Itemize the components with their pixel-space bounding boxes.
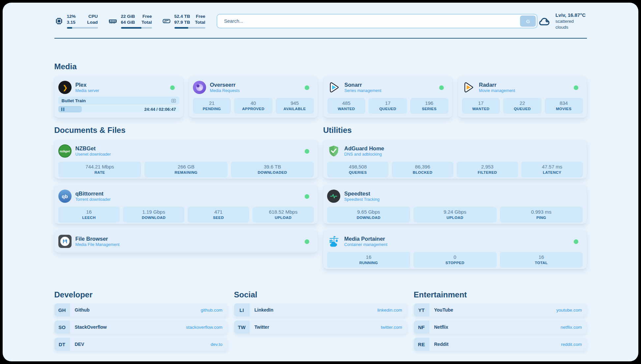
radarr-icon (462, 81, 475, 94)
stat-box: 16RUNNING (327, 252, 410, 268)
stat-box: 86,396BLOCKED (392, 162, 453, 177)
links-column-entertainment: Entertainment YT YouTube youtube.com NF … (414, 290, 587, 351)
link-abbr: RE (414, 338, 429, 351)
link-abbr: LI (234, 303, 250, 317)
app-card-plex[interactable]: ❯ Plex Media server Bullet Train (54, 76, 183, 118)
link-name: Netflix (434, 324, 448, 330)
link-name: Github (75, 307, 90, 313)
link-url[interactable]: linkedin.com (377, 308, 402, 313)
link-row-dev[interactable]: DT DEV dev.to (54, 338, 228, 351)
utilities-column: Utilities AdGuard Home DNS and adblockin… (323, 126, 587, 269)
stat-box: 266 GBREMAINING (144, 162, 228, 177)
app-card-qbittorrent[interactable]: qb qBittorrent Torrent downloader 16LEEC… (54, 185, 318, 224)
app-title: Sonarr (345, 81, 382, 88)
link-url[interactable]: dev.to (211, 342, 223, 347)
search-engine-button[interactable]: G (520, 15, 536, 27)
link-url[interactable]: youtube.com (556, 308, 582, 313)
section-title-utilities: Utilities (323, 126, 587, 135)
link-url[interactable]: reddit.com (561, 342, 582, 347)
app-title: Radarr (479, 81, 515, 88)
memory-stat: 22 GiBFree 64 GiBTotal (108, 14, 152, 28)
status-dot (305, 149, 309, 154)
app-card-filebrowser[interactable]: File Browser Media File Management (54, 230, 318, 253)
memory-progress-bar (121, 27, 152, 29)
hard-drive-icon (162, 16, 171, 26)
stat-box: 9.24 GbpsUPLOAD (413, 207, 497, 223)
app-card-adguard[interactable]: AdGuard Home DNS and adblocking 498,508Q… (323, 140, 587, 179)
stat-box: 2,953FILTERED (457, 162, 518, 177)
stat-box: 498,508QUERIES (327, 162, 388, 177)
speedtest-icon (327, 190, 340, 203)
section-title-developer: Developer (54, 290, 228, 299)
documents-column: Documents & Files nzbget NZBGet Usenet d… (54, 126, 318, 269)
app-subtitle: Usenet downloader (76, 152, 111, 157)
app-card-portainer[interactable]: Media Portainer Container management 16R… (323, 230, 587, 269)
stat-box: 39.6 TBDOWNLOADED (231, 162, 314, 177)
topbar-divider (54, 38, 587, 39)
app-card-nzbget[interactable]: nzbget NZBGet Usenet downloader 744.21 M… (54, 140, 318, 179)
link-url[interactable]: twitter.com (381, 325, 402, 330)
app-subtitle: Torrent downloader (76, 197, 111, 202)
app-subtitle: DNS and adblocking (344, 152, 384, 157)
video-icon (171, 98, 176, 103)
app-title: Plex (76, 81, 99, 88)
search-input[interactable] (218, 18, 520, 24)
app-title: NZBGet (76, 145, 111, 152)
cpu-icon (54, 16, 64, 26)
status-dot (170, 85, 175, 90)
cpu-label-2: Load (87, 19, 98, 25)
app-card-overseerr[interactable]: Overseerr Media Requests 21PENDING 40APP… (189, 76, 318, 118)
app-card-sonarr[interactable]: Sonarr Series management 485WANTED 17QUE… (323, 76, 452, 118)
link-row-youtube[interactable]: YT YouTube youtube.com (414, 303, 587, 317)
link-row-linkedin[interactable]: LI LinkedIn linkedin.com (234, 303, 407, 317)
links-column-social: Social LI LinkedIn linkedin.com TW Twitt… (234, 290, 407, 351)
stat-box: 834MOVIES (545, 98, 583, 114)
link-name: LinkedIn (255, 307, 274, 313)
app-subtitle: Container management (344, 242, 387, 248)
stat-box: 0STOPPED (413, 252, 497, 268)
weather-location-temp: Lviv, 16.87°C (555, 12, 587, 18)
link-row-reddit[interactable]: RE Reddit reddit.com (414, 338, 587, 351)
stat-box: 1.19 GbpsDOWNLOAD (123, 207, 184, 223)
stat-box: 471SEED (188, 207, 249, 223)
link-abbr: DT (54, 338, 70, 351)
link-row-stackoverflow[interactable]: SO StackOverflow stackoverflow.com (54, 320, 228, 334)
links-column-developer: Developer GH Github github.com SO StackO… (54, 290, 228, 351)
app-subtitle: Movie management (479, 88, 515, 94)
stat-box: 16LEECH (58, 207, 120, 223)
storage-stat: 52.4 TBFree 97.9 TBTotal (162, 14, 205, 28)
stat-box: 618.52 MbpsUPLOAD (253, 207, 314, 223)
link-url[interactable]: stackoverflow.com (186, 325, 222, 330)
link-row-github[interactable]: GH Github github.com (54, 303, 228, 317)
overseerr-icon (193, 81, 206, 94)
adguard-icon (327, 144, 340, 158)
qbittorrent-icon: qb (58, 190, 72, 203)
stat-box: 744.21 MbpsRATE (58, 162, 141, 177)
now-playing-title: Bullet Train (62, 98, 171, 103)
app-card-speedtest[interactable]: Speedtest Speedtest Tracking 9.65 GbpsDO… (323, 185, 587, 224)
cloud-icon (537, 15, 551, 27)
stat-box: 40APPROVED (234, 98, 272, 114)
search-bar: G (217, 14, 538, 28)
stat-box: 47.57 msLATENCY (521, 162, 583, 177)
app-subtitle: Speedtest Tracking (344, 197, 380, 202)
link-url[interactable]: github.com (200, 308, 222, 313)
dashboard-screen: 12%CPU 3.15Load 22 GiBFree 64 GiBTotal (3, 3, 638, 361)
storage-total: 97.9 TB (174, 19, 190, 25)
plex-icon: ❯ (58, 81, 72, 94)
memory-label-2: Total (141, 19, 152, 25)
section-title-documents: Documents & Files (54, 126, 318, 135)
link-url[interactable]: netflix.com (561, 325, 582, 330)
link-abbr: NF (414, 320, 429, 334)
app-card-radarr[interactable]: Radarr Movie management 17WANTED 22QUEUE… (458, 76, 587, 118)
storage-label-2: Total (195, 19, 205, 25)
stat-box: 22QUEUED (503, 98, 541, 114)
link-row-twitter[interactable]: TW Twitter twitter.com (234, 320, 407, 334)
link-row-netflix[interactable]: NF Netflix netflix.com (414, 320, 587, 334)
app-title: File Browser (76, 235, 120, 242)
status-dot (305, 194, 309, 199)
storage-progress-bar (174, 27, 205, 29)
system-stats: 12%CPU 3.15Load 22 GiBFree 64 GiBTotal (54, 14, 205, 28)
stat-box: 17QUEUED (369, 98, 407, 114)
app-title: qBittorrent (76, 190, 111, 197)
